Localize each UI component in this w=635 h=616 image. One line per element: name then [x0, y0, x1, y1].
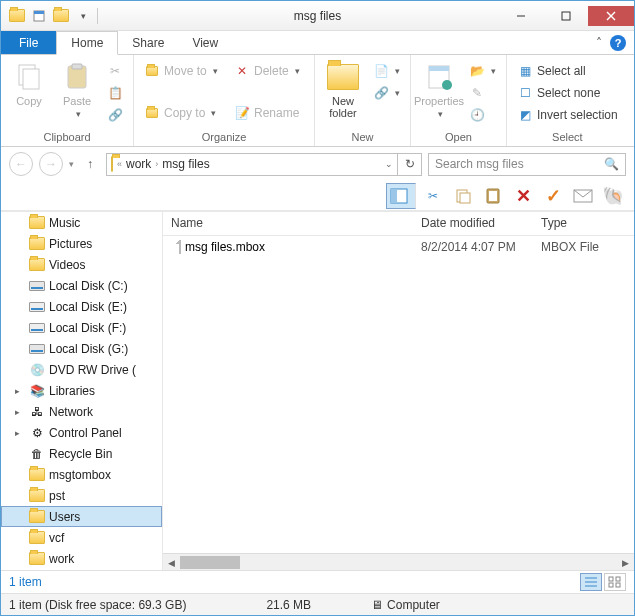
maximize-button[interactable] — [543, 6, 588, 26]
sidebar-item-cpanel[interactable]: ▸⚙Control Panel — [1, 422, 162, 443]
edit-button[interactable]: ✎ — [465, 83, 500, 103]
folder-icon — [29, 488, 45, 504]
scroll-thumb[interactable] — [180, 556, 240, 569]
folder-icon — [7, 6, 27, 26]
invertselection-button[interactable]: ◩Invert selection — [513, 105, 622, 125]
sidebar-item-diskg[interactable]: Local Disk (G:) — [1, 338, 162, 359]
sidebar-item-network[interactable]: ▸🖧Network — [1, 401, 162, 422]
newfolder-button[interactable]: New folder — [321, 59, 365, 119]
sidebar-item-diskf[interactable]: Local Disk (F:) — [1, 317, 162, 338]
newitem-button[interactable]: 📄▾ — [369, 61, 404, 81]
selectall-button[interactable]: ▦Select all — [513, 61, 622, 81]
network-icon: 🖧 — [29, 404, 45, 420]
shell-tool[interactable]: 🐚 — [600, 183, 626, 209]
folder-icon — [29, 236, 45, 252]
forward-button[interactable]: → — [39, 152, 63, 176]
previewpane-button[interactable] — [386, 183, 416, 209]
details-bar: 1 item (Disk free space: 69.3 GB) 21.6 M… — [1, 593, 634, 615]
folder-icon — [111, 157, 113, 171]
sidebar-item-diskc[interactable]: Local Disk (C:) — [1, 275, 162, 296]
share-tab[interactable]: Share — [118, 31, 178, 54]
cut-tool[interactable]: ✂ — [420, 183, 446, 209]
copy-tool[interactable] — [450, 183, 476, 209]
ribbon-tabs: File Home Share View ˄ ? — [1, 31, 634, 55]
file-tab[interactable]: File — [1, 31, 56, 54]
recent-dropdown-icon[interactable]: ▾ — [69, 159, 74, 169]
mail-tool[interactable] — [570, 183, 596, 209]
icons-view-button[interactable] — [604, 573, 626, 591]
file-row[interactable]: msg files.mbox 8/2/2014 4:07 PM MBOX Fil… — [163, 236, 634, 258]
copypath-small-button[interactable]: 📋 — [103, 83, 127, 103]
breadcrumb-msgfiles[interactable]: msg files — [162, 157, 209, 171]
selectnone-icon: ☐ — [517, 85, 533, 101]
minimize-button[interactable] — [498, 6, 543, 26]
paste-tool[interactable] — [480, 183, 506, 209]
breadcrumb-work[interactable]: work — [126, 157, 151, 171]
up-button[interactable]: ↑ — [80, 154, 100, 174]
column-type[interactable]: Type — [533, 212, 634, 235]
paste-icon — [61, 61, 93, 93]
sidebar-item-videos[interactable]: Videos — [1, 254, 162, 275]
sidebar-item-libraries[interactable]: ▸📚Libraries — [1, 380, 162, 401]
details-view-button[interactable] — [580, 573, 602, 591]
svg-rect-11 — [429, 66, 449, 71]
copy-button[interactable]: Copy — [7, 59, 51, 107]
dvd-icon: 💿 — [29, 362, 45, 378]
sidebar-item-music[interactable]: Music — [1, 212, 162, 233]
horizontal-scrollbar[interactable]: ◀ ▶ — [163, 553, 634, 570]
delete-tool[interactable]: ✕ — [510, 183, 536, 209]
refresh-button[interactable]: ↻ — [398, 153, 422, 176]
history-button[interactable]: 🕘 — [465, 105, 500, 125]
minimize-ribbon-icon[interactable]: ˄ — [596, 36, 602, 50]
column-date[interactable]: Date modified — [413, 212, 533, 235]
svg-rect-25 — [609, 583, 613, 587]
address-dropdown-icon[interactable]: ⌄ — [385, 159, 393, 169]
shortcut-small-button[interactable]: 🔗 — [103, 105, 127, 125]
select-label: Select — [513, 129, 622, 146]
paste-button[interactable]: Paste ▾ — [55, 59, 99, 119]
chevron-right-icon: › — [155, 159, 158, 169]
column-name[interactable]: Name — [163, 212, 413, 235]
selectnone-button[interactable]: ☐Select none — [513, 83, 622, 103]
folder-icon — [29, 215, 45, 231]
easyaccess-button[interactable]: 🔗▾ — [369, 83, 404, 103]
sidebar-item-msgtombox[interactable]: msgtombox — [1, 464, 162, 485]
svg-rect-1 — [34, 11, 44, 14]
home-tab[interactable]: Home — [56, 31, 118, 55]
back-button[interactable]: ← — [9, 152, 33, 176]
help-icon[interactable]: ? — [610, 35, 626, 51]
sidebar-item-recycle[interactable]: 🗑Recycle Bin — [1, 443, 162, 464]
cut-small-button[interactable]: ✂ — [103, 61, 127, 81]
open-button[interactable]: 📂▾ — [465, 61, 500, 81]
properties-button[interactable]: Properties ▾ — [417, 59, 461, 119]
file-list[interactable]: msg files.mbox 8/2/2014 4:07 PM MBOX Fil… — [163, 236, 634, 553]
view-tab[interactable]: View — [178, 31, 232, 54]
sidebar-item-pst[interactable]: pst — [1, 485, 162, 506]
sidebar-item-work[interactable]: work — [1, 548, 162, 569]
close-button[interactable] — [588, 6, 634, 26]
newfolder-qat-icon[interactable] — [51, 6, 71, 26]
moveto-button[interactable]: Move to▾ — [140, 61, 226, 81]
properties-qat-icon[interactable] — [29, 6, 49, 26]
sidebar-item-users[interactable]: Users — [1, 506, 162, 527]
scroll-left-icon[interactable]: ◀ — [163, 554, 180, 570]
delete-button[interactable]: ✕Delete▾ — [230, 61, 308, 81]
file-date: 8/2/2014 4:07 PM — [413, 240, 533, 254]
column-headers: Name Date modified Type — [163, 212, 634, 236]
sidebar-item-vcf[interactable]: vcf — [1, 527, 162, 548]
check-tool[interactable]: ✓ — [540, 183, 566, 209]
folder-icon — [29, 467, 45, 483]
search-input[interactable]: Search msg files 🔍 — [428, 153, 626, 176]
sidebar-item-diske[interactable]: Local Disk (E:) — [1, 296, 162, 317]
sidebar-item-dvd[interactable]: 💿DVD RW Drive ( — [1, 359, 162, 380]
sidebar-item-pictures[interactable]: Pictures — [1, 233, 162, 254]
properties-icon — [423, 61, 455, 93]
qat-dropdown-icon[interactable]: ▾ — [73, 6, 93, 26]
svg-rect-7 — [23, 69, 39, 89]
scroll-right-icon[interactable]: ▶ — [617, 554, 634, 570]
address-bar[interactable]: « work › msg files ⌄ — [106, 153, 398, 176]
rename-button[interactable]: 📝Rename — [230, 103, 308, 123]
svg-rect-3 — [562, 12, 570, 20]
copyto-button[interactable]: Copy to▾ — [140, 103, 226, 123]
navigation-pane[interactable]: Music Pictures Videos Local Disk (C:) Lo… — [1, 212, 163, 570]
